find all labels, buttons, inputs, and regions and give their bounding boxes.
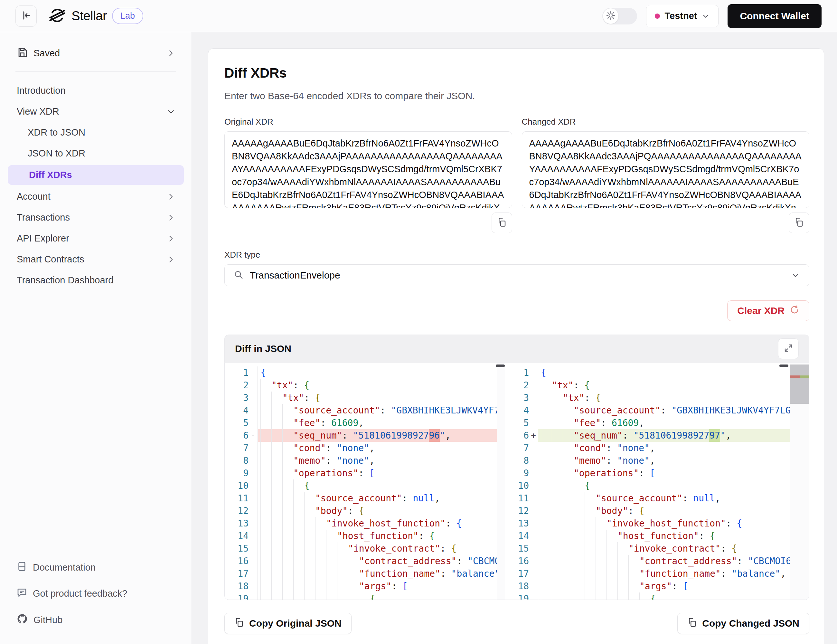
xdr-type-label: XDR type	[224, 250, 809, 260]
diff-line: 9"operations": [	[225, 467, 497, 480]
diff-line: 10{	[225, 480, 497, 492]
diff-line: 18"args": [	[505, 580, 790, 593]
sidebar-footer: Documentation Got product feedback? GitH…	[0, 557, 192, 631]
expand-diff-button[interactable]	[778, 338, 799, 359]
diff-overview-markers	[790, 375, 809, 378]
diff-line: 16"contract_address": "CBCMOI6	[225, 555, 497, 567]
clear-xdr-button[interactable]: Clear XDR	[727, 301, 809, 321]
sidebar-divider	[15, 71, 176, 72]
xdr-type-select[interactable]: TransactionEnvelope	[224, 264, 809, 286]
chevron-right-icon	[166, 213, 176, 222]
diff-line: 5"fee": 61609,	[505, 417, 790, 429]
added-marker	[800, 375, 809, 378]
diff-pane-divider[interactable]	[497, 363, 505, 600]
diff-line: 15"invoke_contract": {	[225, 542, 497, 555]
chevron-down-icon	[166, 107, 176, 116]
diff-line: 12"body": {	[225, 504, 497, 517]
diff-xdrs-card: Diff XDRs Enter two Base-64 encoded XDRs…	[208, 48, 824, 644]
sidebar-item-github[interactable]: GitHub	[17, 609, 192, 631]
feedback-bubble-icon	[17, 587, 27, 600]
diff-line: 3"tx": {	[225, 391, 497, 404]
original-xdr-label: Original XDR	[224, 117, 512, 127]
copy-changed-json-button[interactable]: Copy Changed JSON	[677, 613, 809, 634]
diff-line: 4"source_account": "GBXBHIHKE3LJWKV4YF7L…	[225, 404, 497, 417]
diff-line: 14"host_function": {	[225, 530, 497, 542]
sidebar-item-api-explorer[interactable]: API Explorer	[0, 228, 192, 249]
diff-line: 2"tx": {	[505, 379, 790, 391]
brand-name: Stellar	[71, 9, 107, 23]
diff-line: 18"args": [	[225, 580, 497, 593]
diff-line: 8"memo": "none",	[505, 454, 790, 467]
diff-line: 4"source_account": "GBXBHIHKE3LJWKV4YF7L…	[505, 404, 790, 417]
diff-line: 1{	[505, 366, 790, 379]
diff-line: 6-"seq_num": "518106199892796",	[225, 429, 497, 442]
sidebar-item-view-xdr[interactable]: View XDR	[0, 101, 192, 122]
sidebar: Saved Introduction View XDR XDR to JSON …	[0, 32, 192, 644]
horizontal-scrollbar-thumb-right[interactable]	[780, 365, 788, 367]
sidebar-nav: Introduction View XDR XDR to JSON JSON t…	[0, 80, 192, 557]
diff-line: 11"source_account": null,	[225, 492, 497, 504]
copy-original-json-button[interactable]: Copy Original JSON	[224, 613, 351, 634]
sidebar-item-json-to-xdr[interactable]: JSON to XDR	[0, 143, 192, 164]
sidebar-item-transaction-dashboard[interactable]: Transaction Dashboard	[0, 270, 192, 291]
scrollbar-thumb[interactable]	[790, 365, 809, 404]
xdr-type-value: TransactionEnvelope	[250, 270, 784, 281]
diff-line: 16"contract_address": "CBCMOI6	[505, 555, 790, 567]
brand[interactable]: Stellar Lab	[48, 7, 143, 26]
diff-line: 15"invoke_contract": {	[505, 542, 790, 555]
diff-line: 1{	[225, 366, 497, 379]
diff-line: 19{	[225, 593, 497, 600]
network-select[interactable]: Testnet	[646, 5, 719, 27]
theme-toggle[interactable]	[602, 8, 637, 25]
diff-line: 2"tx": {	[225, 379, 497, 391]
chevron-right-icon	[166, 234, 176, 243]
changed-xdr-input[interactable]: AAAAAgAAAABuE6DqJtabKrzBfrNo6A0Zt1FrFAV4…	[522, 132, 809, 208]
changed-xdr-field: Changed XDR AAAAAgAAAABuE6DqJtabKrzBfrNo…	[522, 117, 810, 233]
original-xdr-field: Original XDR AAAAAgAAAABuE6DqJtabKrzBfrN…	[224, 117, 512, 233]
sidebar-item-documentation[interactable]: Documentation	[17, 557, 192, 578]
diff-vertical-scrollbar[interactable]	[790, 363, 809, 600]
diff-line: 5"fee": 61609,	[225, 417, 497, 429]
refresh-icon	[790, 305, 799, 317]
chevron-down-icon	[791, 271, 800, 280]
collapse-sidebar-icon	[21, 10, 31, 22]
changed-xdr-label: Changed XDR	[522, 117, 810, 127]
sun-icon	[606, 11, 615, 21]
copy-original-xdr-button[interactable]	[492, 212, 512, 233]
diff-line: 8"memo": "none",	[225, 454, 497, 467]
diff-line: 13"invoke_host_function": {	[505, 517, 790, 530]
diff-line: 7"cond": "none",	[505, 442, 790, 454]
diff-original-pane[interactable]: 1{2"tx": {3"tx": {4"source_account": "GB…	[225, 363, 497, 600]
network-label: Testnet	[665, 11, 697, 21]
original-xdr-input[interactable]: AAAAAgAAAABuE6DqJtabKrzBfrNo6A0Zt1FrFAV4…	[225, 132, 512, 208]
sidebar-item-account[interactable]: Account	[0, 186, 192, 207]
chevron-right-icon	[166, 49, 176, 58]
diff-line: 10{	[505, 480, 790, 492]
sidebar-item-transactions[interactable]: Transactions	[0, 207, 192, 228]
diff-body: 1{2"tx": {3"tx": {4"source_account": "GB…	[224, 362, 809, 600]
diff-line: 17"function_name": "balance",	[505, 567, 790, 580]
chevron-right-icon	[166, 255, 176, 264]
diff-changed-pane[interactable]: 1{2"tx": {3"tx": {4"source_account": "GB…	[505, 363, 809, 600]
horizontal-scrollbar-thumb-left[interactable]	[496, 365, 505, 367]
copy-changed-xdr-button[interactable]	[789, 212, 809, 233]
sidebar-item-introduction[interactable]: Introduction	[0, 80, 192, 101]
github-icon	[17, 613, 28, 627]
diff-line: 13"invoke_host_function": {	[225, 517, 497, 530]
diff-line: 9"operations": [	[505, 467, 790, 480]
book-icon	[17, 561, 27, 574]
search-icon	[234, 270, 243, 281]
sidebar-item-feedback[interactable]: Got product feedback?	[17, 583, 192, 605]
diff-panel-title: Diff in JSON	[235, 343, 291, 354]
sidebar-item-xdr-to-json[interactable]: XDR to JSON	[0, 122, 192, 143]
sidebar-item-diff-xdrs[interactable]: Diff XDRs	[8, 165, 184, 185]
sidebar-item-saved[interactable]: Saved	[0, 41, 192, 65]
copy-icon	[497, 217, 507, 228]
sidebar-collapse-button[interactable]	[15, 5, 37, 27]
main-content: Diff XDRs Enter two Base-64 encoded XDRs…	[192, 32, 837, 644]
diff-line: 14"host_function": {	[505, 530, 790, 542]
connect-wallet-button[interactable]: Connect Wallet	[727, 4, 822, 28]
diff-line: 11"source_account": null,	[505, 492, 790, 504]
copy-icon	[687, 618, 697, 629]
sidebar-item-smart-contracts[interactable]: Smart Contracts	[0, 249, 192, 270]
